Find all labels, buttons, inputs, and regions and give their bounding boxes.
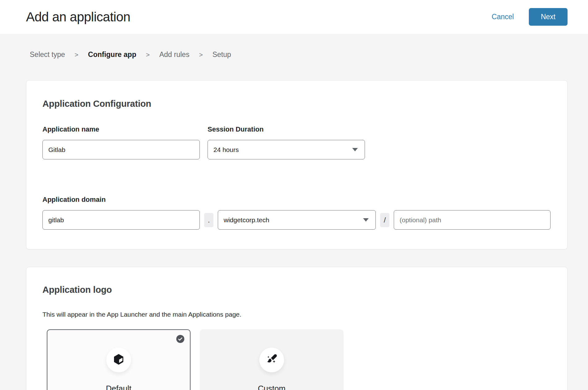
page-title: Add an application: [26, 10, 130, 24]
application-logo-card: Application logo This will appear in the…: [26, 267, 568, 390]
subdomain-input[interactable]: [42, 210, 200, 230]
step-add-rules[interactable]: Add rules: [159, 50, 189, 59]
session-duration-field: Session Duration 24 hours: [208, 125, 365, 159]
domain-select-value: widgetcorp.tech: [224, 216, 269, 224]
next-button[interactable]: Next: [529, 8, 568, 26]
slash-separator: /: [380, 213, 389, 227]
logo-option-tiles: Default Custom: [47, 329, 551, 390]
logo-option-default[interactable]: Default: [47, 329, 191, 390]
domain-select[interactable]: widgetcorp.tech: [218, 210, 376, 230]
selected-check-icon: [176, 335, 184, 343]
chevron-down-icon: [363, 218, 369, 222]
cube-icon: [112, 353, 125, 367]
session-duration-value: 24 hours: [213, 146, 239, 154]
application-logo-heading: Application logo: [42, 285, 551, 295]
custom-logo-circle: [259, 348, 284, 372]
header-actions: Cancel Next: [492, 8, 568, 26]
breadcrumb-separator: >: [199, 51, 203, 58]
application-configuration-heading: Application Configuration: [42, 99, 551, 109]
step-configure-app[interactable]: Configure app: [88, 50, 136, 59]
application-domain-label: Application domain: [42, 196, 551, 204]
logo-option-label: Custom: [258, 384, 286, 390]
application-domain-row: . widgetcorp.tech /: [42, 210, 551, 230]
session-duration-select[interactable]: 24 hours: [208, 140, 365, 159]
step-setup[interactable]: Setup: [213, 50, 231, 59]
application-name-label: Application name: [42, 125, 200, 133]
page-header: Add an application Cancel Next: [0, 0, 588, 34]
paintbrush-icon: [265, 353, 278, 367]
application-name-input[interactable]: [42, 140, 200, 159]
default-logo-circle: [106, 348, 131, 372]
application-name-field: Application name: [42, 125, 200, 159]
breadcrumb-separator: >: [75, 51, 78, 58]
cancel-button[interactable]: Cancel: [492, 13, 514, 21]
chevron-down-icon: [352, 148, 358, 151]
wizard-breadcrumb: Select type > Configure app > Add rules …: [30, 50, 588, 59]
logo-option-custom[interactable]: Custom: [200, 329, 344, 390]
path-input[interactable]: [394, 210, 551, 230]
breadcrumb-separator: >: [146, 51, 150, 58]
dot-separator: .: [204, 213, 213, 227]
application-configuration-card: Application Configuration Application na…: [26, 80, 568, 249]
session-duration-label: Session Duration: [208, 125, 365, 133]
application-logo-description: This will appear in the App Launcher and…: [42, 311, 551, 318]
logo-option-label: Default: [106, 384, 131, 390]
step-select-type[interactable]: Select type: [30, 50, 65, 59]
